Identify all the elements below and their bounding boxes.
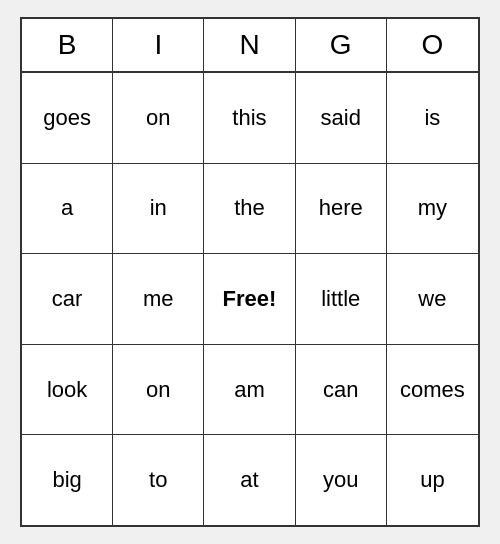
bingo-cell[interactable]: we: [387, 254, 478, 344]
bingo-row: goesonthissaidis: [22, 73, 478, 164]
header-letter: G: [296, 19, 387, 71]
header-letter: B: [22, 19, 113, 71]
bingo-header: BINGO: [22, 19, 478, 73]
bingo-cell[interactable]: to: [113, 435, 204, 525]
bingo-row: carmeFree!littlewe: [22, 254, 478, 345]
bingo-cell[interactable]: my: [387, 164, 478, 254]
bingo-cell[interactable]: can: [296, 345, 387, 435]
bingo-cell[interactable]: look: [22, 345, 113, 435]
bingo-cell[interactable]: here: [296, 164, 387, 254]
header-letter: N: [204, 19, 295, 71]
free-space[interactable]: Free!: [204, 254, 295, 344]
bingo-cell[interactable]: little: [296, 254, 387, 344]
bingo-cell[interactable]: on: [113, 73, 204, 163]
bingo-cell[interactable]: the: [204, 164, 295, 254]
bingo-cell[interactable]: big: [22, 435, 113, 525]
bingo-cell[interactable]: comes: [387, 345, 478, 435]
bingo-cell[interactable]: in: [113, 164, 204, 254]
bingo-cell[interactable]: at: [204, 435, 295, 525]
bingo-cell[interactable]: you: [296, 435, 387, 525]
bingo-row: bigtoatyouup: [22, 435, 478, 525]
bingo-cell[interactable]: am: [204, 345, 295, 435]
bingo-body: goesonthissaidisaintheheremycarmeFree!li…: [22, 73, 478, 525]
bingo-cell[interactable]: me: [113, 254, 204, 344]
header-letter: O: [387, 19, 478, 71]
bingo-cell[interactable]: said: [296, 73, 387, 163]
bingo-row: lookonamcancomes: [22, 345, 478, 436]
bingo-cell[interactable]: is: [387, 73, 478, 163]
bingo-cell[interactable]: a: [22, 164, 113, 254]
bingo-cell[interactable]: on: [113, 345, 204, 435]
bingo-cell[interactable]: car: [22, 254, 113, 344]
bingo-card: BINGO goesonthissaidisaintheheremycarmeF…: [20, 17, 480, 527]
header-letter: I: [113, 19, 204, 71]
bingo-cell[interactable]: this: [204, 73, 295, 163]
bingo-cell[interactable]: up: [387, 435, 478, 525]
bingo-row: aintheheremy: [22, 164, 478, 255]
bingo-cell[interactable]: goes: [22, 73, 113, 163]
